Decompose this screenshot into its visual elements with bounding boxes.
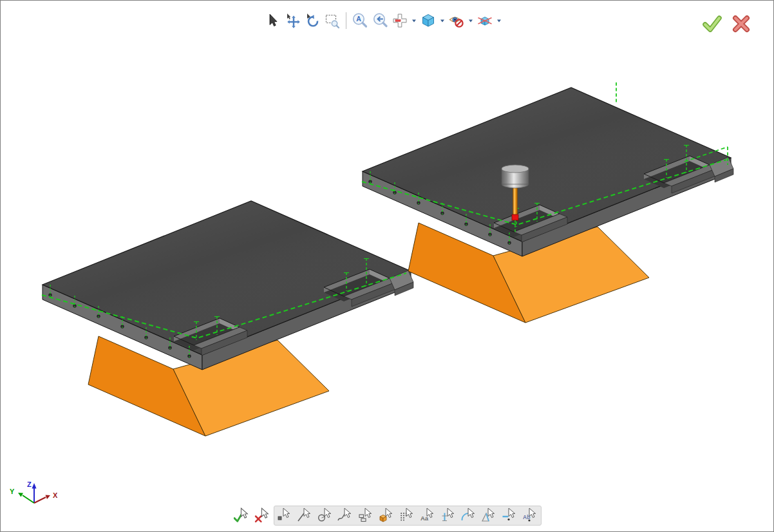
chevron-down-icon	[440, 12, 445, 29]
viewport-3d[interactable]	[1, 1, 773, 531]
cursor-solid-icon	[379, 508, 395, 524]
zoom-previous-button[interactable]	[371, 11, 389, 30]
select-tool-button[interactable]	[263, 11, 281, 30]
confirm-toolbar	[701, 13, 752, 35]
tool-tip	[512, 214, 518, 220]
filter-point-button[interactable]	[274, 506, 295, 525]
view-cube-icon	[420, 12, 437, 29]
hide-geometry-dropdown[interactable]	[467, 11, 474, 30]
view-toolbar: A	[263, 11, 502, 30]
eye-hide-icon	[448, 12, 465, 29]
cursor-point-grid-icon	[399, 508, 416, 524]
filter-line-button[interactable]	[295, 506, 316, 525]
cursor-spline-icon	[337, 508, 354, 524]
zoom-previous-icon	[372, 12, 388, 29]
zoom-window-icon	[324, 12, 341, 29]
coordinate-system-button[interactable]	[476, 11, 494, 30]
cursor-line-icon	[297, 508, 314, 524]
rotate-icon	[304, 12, 321, 29]
toolbar-separator	[346, 12, 346, 29]
cube-axes-icon	[477, 12, 493, 29]
y-axis-label: Y	[10, 488, 15, 495]
axis-triad-canvas: Z Y X	[6, 473, 70, 527]
filter-angle-button[interactable]	[479, 506, 500, 525]
cursor-axis-icon	[440, 508, 457, 524]
x-axis-arrowhead	[46, 495, 51, 500]
chevron-down-icon	[468, 12, 473, 29]
chevron-down-icon	[411, 12, 417, 29]
cancel-button[interactable]	[730, 13, 752, 35]
filter-solid-button[interactable]	[377, 506, 397, 525]
filter-annotation-button[interactable]: Ab	[520, 506, 541, 525]
isometric-view-dropdown[interactable]	[439, 11, 446, 30]
check-icon	[701, 13, 723, 35]
cursor-point-icon	[276, 508, 293, 524]
filter-point-grid-button[interactable]	[397, 506, 418, 525]
y-axis	[23, 495, 34, 503]
selection-confirm-group	[233, 507, 272, 525]
filter-text-button[interactable]: Aa	[418, 506, 439, 525]
axis-triad: Z Y X	[6, 473, 70, 530]
z-axis-arrowhead	[32, 483, 37, 489]
cursor-text-icon: Aa	[420, 508, 437, 524]
fixture-model-right[interactable]	[362, 88, 733, 323]
section-view-button[interactable]	[391, 11, 409, 30]
zoom-window-button[interactable]	[323, 11, 341, 30]
isometric-view-button[interactable]	[419, 11, 437, 30]
pan-tool-button[interactable]	[283, 11, 301, 30]
filter-profile-button[interactable]	[356, 506, 377, 525]
cursor-annotation-icon: Ab	[522, 508, 539, 524]
zoom-fit-letter: A	[356, 15, 361, 23]
chevron-down-icon	[496, 12, 502, 29]
cursor-angle-icon	[481, 508, 498, 524]
y-axis-arrowhead	[18, 493, 23, 497]
cursor-profile-icon	[358, 508, 375, 524]
cursor-x-icon	[254, 508, 272, 525]
section-planes-icon	[392, 12, 408, 29]
reject-selection-button[interactable]	[254, 507, 272, 525]
hide-geometry-button[interactable]	[448, 11, 466, 30]
filter-segment-button[interactable]	[500, 506, 520, 525]
zoom-fit-icon: A	[352, 12, 368, 29]
tool-holder-top	[502, 165, 529, 173]
rotate-tool-button[interactable]	[303, 11, 321, 30]
filter-circle-button[interactable]	[316, 506, 336, 525]
z-axis-label: Z	[27, 480, 32, 488]
cursor-arrow-icon	[264, 12, 281, 29]
app-window: A	[0, 0, 774, 532]
filter-axis-button[interactable]	[439, 506, 459, 525]
coordinate-system-dropdown[interactable]	[496, 11, 502, 30]
ok-button[interactable]	[701, 13, 723, 35]
cursor-circle-icon	[317, 508, 334, 524]
selection-filter-panel: Aa	[274, 506, 542, 526]
x-icon	[731, 14, 751, 34]
filter-spline-button[interactable]	[336, 506, 357, 525]
x-axis	[34, 497, 46, 503]
fixture-model-left[interactable]	[42, 201, 413, 436]
x-axis-label: X	[53, 491, 58, 499]
section-view-dropdown[interactable]	[411, 11, 417, 30]
zoom-fit-button[interactable]: A	[351, 11, 369, 30]
accept-selection-button[interactable]	[233, 507, 251, 525]
cursor-arc-icon	[461, 508, 478, 524]
filter-arc-button[interactable]	[459, 506, 480, 525]
pan-icon	[284, 12, 301, 29]
scene-canvas[interactable]	[1, 1, 774, 532]
cursor-segment-icon	[502, 508, 518, 524]
cursor-check-icon	[234, 508, 251, 525]
